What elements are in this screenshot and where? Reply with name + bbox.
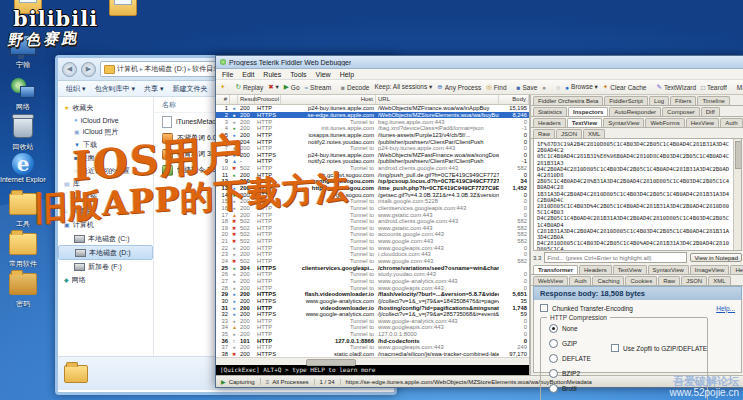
toolbar-save[interactable]: ■Save bbox=[517, 84, 538, 91]
process-filter[interactable]: ≡All Processes bbox=[261, 379, 315, 385]
sidebar-item-最近访问的位置[interactable]: ○最近访问的位置 bbox=[58, 164, 153, 177]
session-row[interactable]: 34▲200HTTPTunnel towww.googleapis.com:44… bbox=[216, 324, 529, 331]
vertical-scrollbar[interactable] bbox=[733, 139, 741, 250]
response-tab-syntaxview[interactable]: SyntaxView bbox=[648, 265, 689, 274]
request-tab-headers[interactable]: Headers bbox=[533, 118, 566, 127]
menu-file[interactable]: File bbox=[222, 71, 233, 78]
breadcrumb-segment[interactable]: 计算机 bbox=[117, 65, 138, 72]
session-row[interactable]: 23●200HTTPTunnel toi.clouddocs.com:4430 bbox=[216, 251, 529, 258]
quickexec-bar[interactable]: [QuickExec] ALT+Q > type HELP to learn m… bbox=[216, 365, 529, 375]
radio-button[interactable] bbox=[549, 324, 558, 333]
session-row[interactable]: 28●200HTTPTunnel towww.googleapis.com:44… bbox=[216, 284, 529, 291]
tab-composer[interactable]: Composer bbox=[662, 107, 700, 116]
explorer-toolbar-item[interactable]: 新建文件夹 bbox=[172, 84, 207, 94]
request-tab-hexview[interactable]: HexView bbox=[686, 118, 720, 127]
session-row[interactable]: 12●200HTTPconfig.mvt.sogou.com/sp/pcsoup… bbox=[216, 178, 529, 185]
session-row[interactable]: 21✖502HTTPTunnel towww.google.com:443582 bbox=[216, 238, 529, 245]
session-row[interactable]: 22●200HTTPTunnel towww.googleapis.com:44… bbox=[216, 244, 529, 251]
zopfli-checkbox[interactable] bbox=[611, 344, 619, 352]
tab-fiddler-orchestra-beta[interactable]: Fiddler Orchestra Beta bbox=[533, 96, 603, 105]
tab-diff[interactable]: Diff bbox=[701, 107, 720, 116]
session-row[interactable]: 30●200HTTPSwww.google-analytics.com/j/co… bbox=[216, 298, 529, 305]
session-row[interactable]: 36↕101HTTP127.0.0.1:8866/hd-codecfonts0 bbox=[216, 337, 529, 344]
session-row[interactable]: 35●200HTTPTunnel to127.0.0.1:80000 bbox=[216, 331, 529, 338]
session-row[interactable]: 25●304HTTPSclientservices.googleapi.../c… bbox=[216, 264, 529, 271]
sidebar-item-桌面[interactable]: ■桌面 bbox=[58, 151, 153, 164]
sidebar-section-计算机[interactable]: ▣计算机 bbox=[58, 218, 153, 232]
session-row[interactable]: 19✖502HTTPTunnel towww.gstatic.com:44358… bbox=[216, 225, 529, 232]
tab-inspectors[interactable]: Inspectors bbox=[568, 107, 608, 116]
menu-rules[interactable]: Rules bbox=[263, 71, 281, 78]
request-tab-syntaxview[interactable]: SyntaxView bbox=[603, 118, 644, 127]
help-link[interactable]: Help... bbox=[716, 305, 735, 312]
toolbar-keep-all-sessions-[interactable]: Keep: All sessions ▾ bbox=[374, 83, 432, 91]
toolbar-find[interactable]: ◎Find bbox=[486, 83, 506, 91]
column-header-Body[interactable]: Body bbox=[499, 95, 529, 104]
toolbar-clear-cache[interactable]: ✦Clear Cache bbox=[603, 83, 647, 91]
compression-option-none[interactable]: None bbox=[549, 324, 699, 333]
toolbar-textwizard[interactable]: ✎TextWizard bbox=[656, 83, 696, 91]
toolbar-icon-button[interactable]: ✦ bbox=[220, 83, 225, 91]
forward-button[interactable]: ▶ bbox=[81, 62, 96, 77]
sidebar-item-iCloud Drive[interactable]: ●iCloud Drive bbox=[58, 115, 153, 125]
toolbar--[interactable]: ✖▾ bbox=[268, 83, 279, 91]
session-row[interactable]: 31●200HTTPvideodownloader.io/hosting/con… bbox=[216, 304, 529, 311]
explorer-toolbar-item[interactable]: 组织 ▾ bbox=[66, 84, 85, 94]
session-row[interactable]: 11●200HTTPpb.gc.mvt.sogou.com/img/push_p… bbox=[216, 171, 529, 178]
session-row[interactable]: 5●200HTTPiosapps.itunes.apple.com/itunes… bbox=[216, 132, 529, 139]
column-header-Protocol[interactable]: Protocol bbox=[255, 95, 281, 104]
tab-timeline[interactable]: Timeline bbox=[697, 96, 729, 105]
compression-option-deflate[interactable]: DEFLATE bbox=[549, 354, 699, 363]
tab-filters[interactable]: Filters bbox=[670, 96, 696, 105]
request-tab-auth[interactable]: Auth bbox=[720, 118, 742, 127]
column-header-Host[interactable]: Host bbox=[281, 95, 376, 104]
request-tab-textview[interactable]: TextView bbox=[567, 118, 602, 127]
sidebar-item-iCloud 照片[interactable]: ▣iCloud 照片 bbox=[58, 125, 153, 138]
sidebar-section-库[interactable]: ▤库 bbox=[58, 177, 153, 191]
view-in-notepad-button[interactable]: View in Notepad bbox=[690, 253, 742, 262]
desktop-icon-Internet Explorer[interactable]: eInternet Explorer bbox=[0, 153, 46, 183]
response-tab-raw[interactable]: Raw bbox=[658, 276, 680, 285]
toolbar-replay[interactable]: ↻Replay bbox=[235, 83, 263, 91]
toolbar-go[interactable]: ▶Go bbox=[284, 83, 300, 91]
sidebar-item-本地磁盘 (D:)[interactable]: 本地磁盘 (D:) bbox=[58, 245, 153, 260]
session-row[interactable]: 26●200HTTPTunnel tostudy.youdao.com:4430 bbox=[216, 271, 529, 278]
sidebar-item-本地磁盘 (C:)[interactable]: 本地磁盘 (C:) bbox=[58, 232, 153, 245]
response-tab-headers[interactable]: Headers bbox=[579, 265, 612, 274]
column-header-Result[interactable]: Result bbox=[238, 95, 255, 104]
tab-statistics[interactable]: Statistics bbox=[533, 107, 567, 116]
session-row[interactable]: 16●200HTTPTunnel toclientservices.google… bbox=[216, 205, 529, 212]
menu-edit[interactable]: Edit bbox=[242, 71, 254, 78]
breadcrumb-segment[interactable]: 本地磁盘 (D:) bbox=[144, 65, 186, 72]
session-row[interactable]: 33●200HTTPTunnel towww.google-analytics.… bbox=[216, 318, 529, 325]
toolbar-icon-button[interactable]: ● bbox=[542, 84, 546, 91]
response-tab-caching[interactable]: Caching bbox=[592, 276, 624, 285]
session-row[interactable]: 10✖502HTTPTunnel toandroid.clients.googl… bbox=[216, 165, 529, 172]
tab-log[interactable]: Log bbox=[649, 96, 669, 105]
request-tab-xml[interactable]: XML bbox=[583, 129, 605, 138]
radio-button[interactable] bbox=[549, 384, 558, 393]
toolbar-icon-button[interactable]: ○ bbox=[556, 84, 560, 91]
response-tab-xml[interactable]: XML bbox=[708, 276, 730, 285]
toolbar-browse-[interactable]: ●Browse ▾ bbox=[565, 83, 598, 91]
sidebar-item-新加卷 (F:)[interactable]: 新加卷 (F:) bbox=[58, 260, 153, 273]
tab-fiddlerscript[interactable]: FiddlerScript bbox=[604, 96, 648, 105]
session-row[interactable]: 27●200HTTPTunnel towww.google-analytics.… bbox=[216, 278, 529, 285]
session-row[interactable]: 4●200HTTPinit.itunes.apple.com/bag.xml?d… bbox=[216, 125, 529, 132]
scrollbar-thumb[interactable] bbox=[735, 141, 742, 169]
menu-help[interactable]: Help bbox=[340, 71, 354, 78]
desktop-icon-工具[interactable]: 工具 bbox=[0, 193, 46, 227]
column-header-URL[interactable]: URL bbox=[376, 95, 499, 104]
menu-tools[interactable]: Tools bbox=[290, 71, 306, 78]
response-tab-json[interactable]: JSON bbox=[681, 276, 707, 285]
toolbar-decode[interactable]: ■Decode bbox=[341, 84, 369, 91]
session-row[interactable]: 32●200HTTPSwww.google-analytics.com/j/co… bbox=[216, 311, 529, 318]
sidebar-section-网络[interactable]: ◆网络 bbox=[58, 273, 153, 287]
toolbar-stream[interactable]: ≈Stream bbox=[305, 84, 332, 91]
desktop-icon-常用软件[interactable]: 常用软件 bbox=[0, 233, 46, 267]
session-row[interactable]: 2●200HTTPSse-edge.itunes.apple.com/WebOb… bbox=[216, 112, 529, 119]
session-row[interactable]: 18✖502HTTPTunnel toandroid.clients.googl… bbox=[216, 218, 529, 225]
response-tab-textview[interactable]: TextView bbox=[613, 265, 647, 274]
session-row[interactable]: 17▲200HTTPTunnel towww.gstatic.com:4430 bbox=[216, 211, 529, 218]
desktop-icon-folder-cut[interactable] bbox=[100, 0, 146, 21]
